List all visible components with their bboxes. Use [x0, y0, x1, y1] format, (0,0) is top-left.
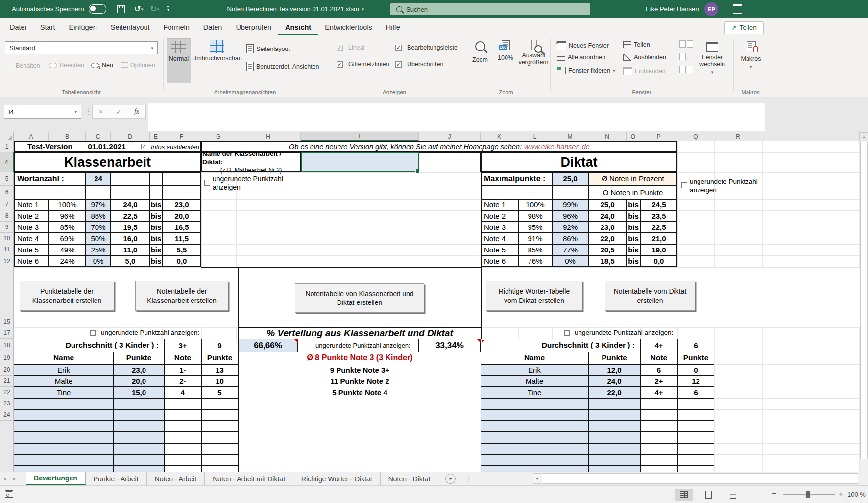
dk-unrounded-checkbox[interactable] — [681, 182, 687, 188]
points-line-3[interactable]: 5 Punkte Note 4 — [238, 387, 482, 398]
col-D[interactable]: D — [111, 132, 150, 141]
resL-h-name[interactable]: Name — [14, 352, 114, 364]
zoom-out-button[interactable]: − — [772, 489, 776, 498]
ribbon-display-options-icon[interactable] — [733, 4, 742, 14]
resR-avg-note[interactable]: 4+ — [640, 339, 677, 352]
cell[interactable] — [114, 443, 164, 454]
cell[interactable] — [481, 454, 588, 466]
col-Q[interactable]: Q — [677, 132, 714, 141]
cell[interactable] — [588, 398, 640, 409]
verteilung-left-pct[interactable]: 66,66% — [238, 339, 298, 352]
cell[interactable] — [14, 186, 86, 199]
tab-ansicht[interactable]: Ansicht — [278, 20, 318, 35]
cell[interactable]: 50% — [86, 233, 111, 244]
cell[interactable] — [162, 186, 201, 199]
cell[interactable] — [640, 466, 677, 472]
maximalpunkte-label[interactable]: Maximalpunkte : — [481, 172, 552, 186]
synchronous-scrolling-icon[interactable]: ↕ — [679, 53, 688, 62]
cell[interactable]: bis — [150, 210, 162, 222]
cell[interactable] — [588, 409, 640, 421]
sheetview-new-button[interactable]: +Neu — [91, 62, 113, 69]
macro-record-icon[interactable] — [5, 490, 13, 498]
cell[interactable] — [164, 398, 201, 409]
cell[interactable]: 98% — [518, 210, 552, 222]
hide-infos-checkbox[interactable]: ✓ — [141, 144, 146, 149]
view-side-by-side-icon[interactable] — [679, 40, 693, 49]
cell[interactable]: 22,0 — [588, 387, 640, 398]
cell[interactable] — [481, 432, 588, 443]
radio-noten-punkte[interactable]: O Noten in Punkte — [588, 186, 677, 199]
cell[interactable] — [114, 409, 164, 421]
quick-access-menu-icon[interactable]: ▾ — [167, 6, 169, 12]
cell[interactable] — [164, 421, 201, 432]
cell[interactable]: bis — [150, 244, 162, 255]
row-12[interactable]: 12 — [0, 255, 14, 267]
zoom-in-button[interactable]: + — [839, 489, 843, 498]
hide-button[interactable]: Ausblenden — [623, 54, 666, 61]
resR-h-note[interactable]: Note — [640, 352, 677, 364]
dk-row-label[interactable]: Note 1 — [481, 199, 518, 210]
cell[interactable]: 24% — [49, 255, 86, 267]
cell[interactable] — [640, 398, 677, 409]
cell[interactable]: bis — [627, 210, 640, 222]
cell[interactable] — [164, 443, 201, 454]
cell[interactable]: 6 — [640, 364, 677, 376]
cell[interactable]: bis — [627, 255, 640, 267]
cell[interactable] — [677, 409, 714, 421]
create-combined-table-button[interactable]: Notentabelle von Klassenarbeit und Dikta… — [295, 283, 424, 313]
enter-icon[interactable]: ✓ — [116, 108, 121, 116]
cell[interactable]: 95% — [518, 222, 552, 233]
cell[interactable]: 10 — [201, 376, 238, 387]
klassenarbeit-title[interactable]: Klassenarbeit — [14, 152, 201, 172]
cell[interactable]: 49% — [49, 244, 86, 255]
sheet-nav-right-icon[interactable]: ▸ — [10, 472, 20, 485]
cell[interactable] — [640, 409, 677, 421]
document-title[interactable]: Noten Berechnen Testversion 01.01.2021.x… — [227, 5, 359, 13]
cell[interactable]: 25% — [86, 244, 111, 255]
cell[interactable] — [14, 398, 114, 409]
col-E[interactable]: E — [150, 132, 162, 141]
col-N[interactable]: N — [588, 132, 627, 141]
cell[interactable]: 24,5 — [640, 199, 677, 210]
row-15[interactable]: 15 — [0, 267, 14, 327]
tab-hilfe[interactable]: Hilfe — [379, 20, 407, 35]
resL-avg-punkte[interactable]: 9 — [201, 339, 238, 352]
cell[interactable] — [201, 398, 238, 409]
resL-avg-label[interactable]: Durchschnitt ( 3 Kinder ) : — [14, 339, 164, 352]
row-6[interactable]: 6 — [0, 186, 14, 199]
cell[interactable]: 16,5 — [162, 222, 201, 233]
macros-button[interactable]: Makros▾ — [737, 38, 765, 82]
cell[interactable]: 15,0 — [114, 387, 164, 398]
ka-row-label[interactable]: Note 6 — [14, 255, 49, 267]
cell[interactable] — [640, 432, 677, 443]
cell[interactable] — [640, 443, 677, 454]
cell[interactable]: 23,0 — [162, 199, 201, 210]
cell[interactable]: 20,5 — [588, 244, 627, 255]
row-24[interactable]: 24 — [0, 409, 14, 421]
sheetview-keep-button[interactable]: Behalten — [6, 62, 40, 69]
cell[interactable]: bis — [627, 222, 640, 233]
cell[interactable]: bis — [150, 199, 162, 210]
row-9[interactable]: 9 — [0, 222, 14, 233]
user-name[interactable]: Eike Peter Hansen — [646, 5, 699, 13]
cell[interactable] — [164, 466, 201, 472]
cell[interactable]: 23,0 — [588, 222, 627, 233]
cell[interactable] — [677, 432, 714, 443]
row-22[interactable]: 22 — [0, 387, 14, 398]
create-points-table-button[interactable]: Punktetabelle der Klassenarbeit erstelle… — [20, 281, 114, 311]
cell[interactable] — [114, 398, 164, 409]
tab-ueberpruefen[interactable]: Überprüfen — [229, 20, 278, 35]
col-M[interactable]: M — [552, 132, 588, 141]
formula-input[interactable] — [148, 103, 765, 131]
cell[interactable]: 12,0 — [588, 364, 640, 376]
ka-row-label[interactable]: Note 2 — [14, 210, 49, 222]
sheet-nav-left-icon[interactable]: ◂ — [0, 472, 10, 485]
sheet-tab-noten-diktat[interactable]: Noten - Diktat — [381, 472, 439, 485]
save-icon[interactable] — [117, 5, 125, 13]
cell[interactable] — [14, 421, 114, 432]
cell[interactable]: bis — [627, 233, 640, 244]
resL-h-punkte[interactable]: Punkte — [114, 352, 164, 364]
cell[interactable]: 5,0 — [111, 255, 150, 267]
cell[interactable] — [481, 421, 588, 432]
view-pagebreak-statusbutton[interactable] — [724, 489, 742, 501]
